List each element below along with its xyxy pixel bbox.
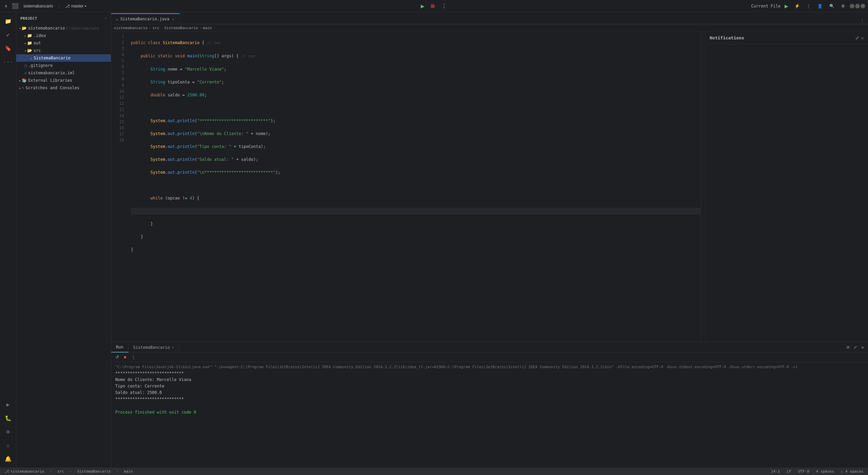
sidebar-item-notifications[interactable]: 🔔 [2,453,14,465]
folder-icon-out: 📁 [27,41,32,45]
run-restart-button[interactable]: ↺ [114,354,120,360]
bottom-tab-file-close-icon[interactable]: ✕ [172,345,174,349]
tree-item-iml[interactable]: ◇ sistemabancario.iml [16,69,111,77]
project-selector[interactable]: sistemabancario [21,3,55,9]
breadcrumb-item-src[interactable]: src [153,26,159,30]
breadcrumb: sistemabancario › src › SistemaBancario … [111,24,868,32]
debug-button[interactable]: 🐞 [428,3,437,9]
sidebar-header: Project ▾ [16,12,111,24]
status-spaces[interactable]: 4 spaces [815,469,835,474]
code-line-2: public static void main(String[] args) {… [131,53,701,60]
project-name: sistemabancario [23,4,53,8]
bottom-tab-run[interactable]: Run [111,342,129,353]
tree-label-out: out [34,41,41,45]
status-bar: ⎇ sistemabancario › src › SistemaBancari… [0,468,868,475]
status-bar-left: ⎇ sistemabancario › src › SistemaBancari… [3,469,134,474]
tree-item-scratches[interactable]: ▸ ✎ Scratches and Consoles [16,84,111,92]
code-line-7: System.out.println("********************… [131,117,701,124]
bottom-panel-close-icon[interactable]: ⊟ [845,344,851,350]
tree-label-root: sistemabancario [28,26,65,31]
console-stars-1: **************************** [115,370,864,377]
run-more-button[interactable]: ⋮ [130,354,137,360]
code-line-4: String tipoConta = "Corrente"; [131,79,701,86]
current-file-debug-button[interactable]: ⚡ [792,3,802,9]
status-breadcrumb-src[interactable]: src [56,469,65,474]
menu-icon[interactable]: ≡ [3,3,9,9]
code-line-11: System.out.println("\n******************… [131,169,701,176]
tab-close-button[interactable]: ✕ [171,17,175,21]
breadcrumb-item-method[interactable]: main [203,26,212,30]
sidebar-tree: ▾ 📂 sistemabancario C:\Users\marcelo ▸ 📁… [16,24,111,468]
bottom-panel-expand-icon[interactable]: ⤢ [852,344,859,350]
status-sep-2: › [68,469,73,474]
status-git-branch[interactable]: ⎇ sistemabancario [3,469,45,474]
line-numbers: 12345 678910 1112131415 161718 [111,32,128,342]
tab-java-icon: ☕ [116,17,118,21]
git-file-icon: ○ [24,63,27,68]
sidebar-item-terminal[interactable]: ⊞ [2,425,14,438]
code-line-17: } [131,246,701,253]
run-toolbar: ↺ ■ ⋮ [111,353,868,362]
sidebar-item-run-bottom[interactable]: ▶ [2,398,14,411]
code-line-8: System.out.println("\nNome do Cliente: "… [131,130,701,137]
breadcrumb-sep-2: › [161,26,163,30]
folder-icon-idea: 📁 [27,33,32,38]
sidebar-item-bookmarks[interactable]: 🔖 [2,42,14,54]
tree-path-root: C:\Users\marcelo [66,26,99,30]
code-content[interactable]: public class SistemaBancario { // new pu… [128,32,701,342]
code-editor[interactable]: 12345 678910 1112131415 161718 public cl… [111,32,705,342]
status-breadcrumb-method[interactable]: main [122,469,134,474]
run-stop-button[interactable]: ■ [122,354,128,360]
notifications-expand-icon[interactable]: ⤢ [855,35,859,41]
status-position[interactable]: 14:1 [770,469,782,474]
tree-item-root[interactable]: ▾ 📂 sistemabancario C:\Users\marcelo [16,24,111,32]
status-breadcrumb-class[interactable]: SistemaBancario [76,469,112,474]
git-icon: ⎇ [5,469,9,474]
current-file-label: Current File [751,4,781,8]
status-problems-icon[interactable]: ⚠ 4 spaces [840,469,865,474]
tree-item-src[interactable]: ▾ 📂 src [16,47,111,54]
console-process-finished: Process finished with exit code 0 [115,409,864,416]
code-line-14 [131,208,701,214]
notifications-close-icon[interactable]: ✕ [861,35,864,41]
sidebar-item-problems[interactable]: ⚠ [2,439,14,451]
titlebar-more-button[interactable]: ⋮ [805,3,813,9]
code-line-9: System.out.println("Tipo conta: " + tipo… [131,143,701,150]
bottom-panel-more-icon[interactable]: ✕ [860,344,865,350]
sidebar-item-vcs[interactable]: ✔ [2,28,14,41]
tree-item-gitignore[interactable]: ○ .gitignore [16,62,111,69]
tree-label-idea: .idea [34,33,46,38]
breadcrumb-item-class[interactable]: SistemaBancario [164,26,198,30]
tree-item-external-libs[interactable]: ▸ 📚 External Libraries [16,77,111,84]
sidebar-item-project[interactable]: 📁 [2,15,14,27]
search-button[interactable]: 🔍 [827,3,836,9]
java-file-icon: ☕ [30,56,32,60]
editor-wrapper: 12345 678910 1112131415 161718 public cl… [111,32,868,342]
status-encoding[interactable]: UTF-8 [797,469,811,474]
window-maximize-button[interactable]: □ [855,4,860,8]
editor-settings-button[interactable]: ⋮ [859,18,865,24]
sidebar-item-debug-bottom[interactable]: 🐛 [2,412,14,424]
current-file-run-button[interactable]: ▶ [783,3,790,10]
more-actions-button[interactable]: ⋮ [439,2,449,10]
bottom-tabs: Run SistemaBancario ✕ ⊟ ⤢ ✕ [111,342,868,353]
tree-item-out[interactable]: ▸ 📁 out [16,39,111,47]
tree-item-sistema-bancario[interactable]: ☕ SistemaBancario [16,54,111,62]
bottom-tab-file[interactable]: SistemaBancario ✕ [129,342,179,353]
run-button[interactable]: ▶ [419,3,426,10]
account-button[interactable]: 👤 [815,3,825,9]
branch-selector[interactable]: ⎇ master ▾ [63,3,89,9]
status-line-sep[interactable]: LF [785,469,792,474]
tab-sistema-bancario-java[interactable]: ☕ SistemaBancario.java ✕ [111,13,180,24]
branch-icon: ⎇ [65,4,70,8]
window-close-button[interactable]: ✕ [861,4,865,8]
breadcrumb-sep-1: › [149,26,151,30]
tree-item-idea[interactable]: ▸ 📁 .idea [16,32,111,39]
activity-bar: 📁 ✔ 🔖 ··· ▶ 🐛 ⊞ ⚠ 🔔 [0,12,16,468]
sidebar-item-more[interactable]: ··· [2,56,14,68]
window-minimize-button[interactable]: ─ [850,4,854,8]
code-line-6 [131,104,701,111]
settings-button[interactable]: ⚙ [839,3,847,9]
code-line-5: double saldo = 2500.00; [131,92,701,98]
breadcrumb-item-project[interactable]: sistemabancario [114,26,147,30]
